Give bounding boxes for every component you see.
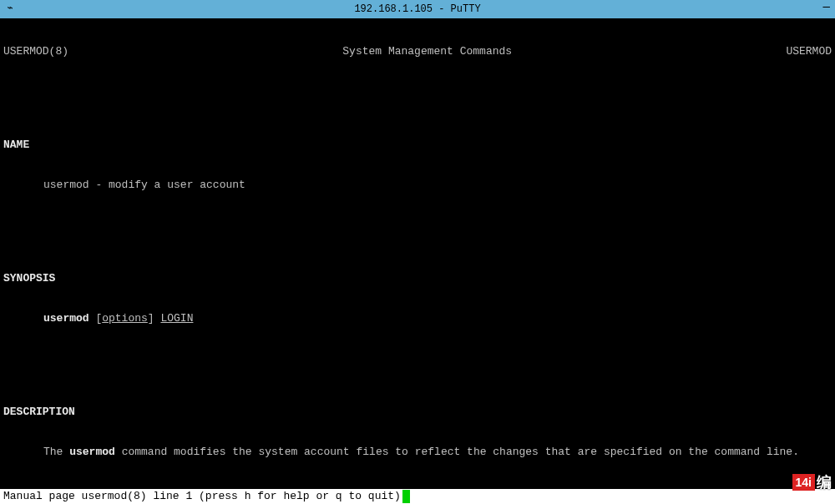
watermark: 14i编 bbox=[792, 474, 832, 491]
putty-icon: ⌁ bbox=[3, 2, 17, 15]
description-text: The usermod command modifies the system … bbox=[0, 446, 835, 459]
pager-status[interactable]: Manual page usermod(8) line 1 (press h f… bbox=[0, 489, 835, 504]
synopsis-line: usermod [options] LOGIN bbox=[0, 312, 835, 325]
name-text: usermod - modify a user account bbox=[0, 179, 835, 192]
header-right: USERMOD bbox=[786, 45, 832, 58]
status-text: Manual page usermod(8) line 1 (press h f… bbox=[3, 489, 401, 504]
window-title: 192.168.1.105 - PuTTY bbox=[354, 3, 480, 16]
minimize-button[interactable]: — bbox=[823, 0, 830, 13]
header-center: System Management Commands bbox=[342, 45, 512, 58]
section-name: NAME bbox=[0, 139, 835, 152]
header-left: USERMOD(8) bbox=[3, 45, 68, 58]
section-description: DESCRIPTION bbox=[0, 406, 835, 419]
titlebar[interactable]: ⌁ 192.168.1.105 - PuTTY — bbox=[0, 0, 835, 18]
section-synopsis: SYNOPSIS bbox=[0, 272, 835, 285]
terminal[interactable]: USERMOD(8) System Management Commands US… bbox=[0, 18, 835, 489]
block-cursor-icon bbox=[402, 490, 410, 503]
